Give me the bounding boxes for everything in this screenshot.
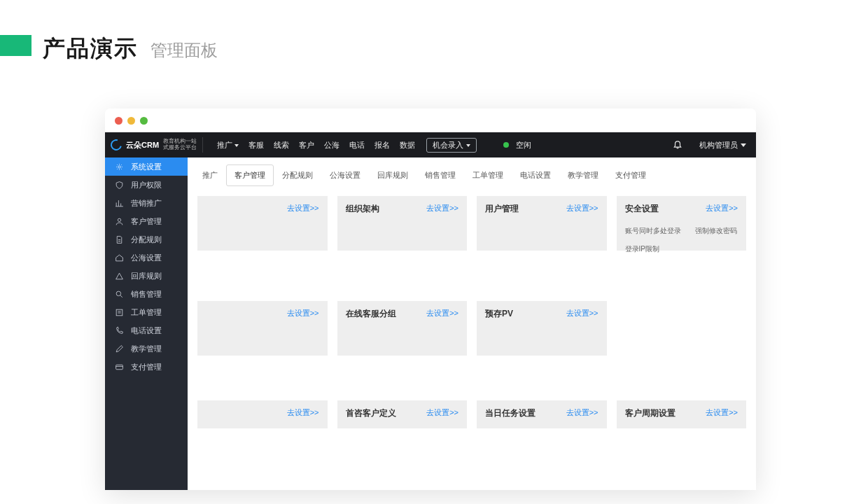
shield-icon — [115, 181, 124, 190]
tab[interactable]: 教学管理 — [559, 164, 607, 186]
content-area: 推广 客户管理 分配规则 公海设置 回库规则 销售管理 工单管理 电话设置 教学… — [188, 158, 756, 490]
topnav-item[interactable]: 线索 — [274, 140, 289, 150]
window-close-icon[interactable] — [115, 117, 122, 125]
sidebar-item-ticket-mgmt[interactable]: 工单管理 — [105, 303, 188, 321]
sidebar-item-label: 回库规则 — [131, 271, 162, 281]
svg-point-0 — [118, 165, 120, 167]
go-settings-link[interactable]: 去设置>> — [426, 407, 458, 418]
sidebar-item-label: 用户权限 — [131, 180, 162, 190]
sidebar-item-return-rules[interactable]: 回库规则 — [105, 267, 188, 285]
tab[interactable]: 支付管理 — [607, 164, 654, 186]
sidebar-item-payment-mgmt[interactable]: 支付管理 — [105, 358, 188, 376]
topnav-links: 推广 客服 线索 客户 公海 电话 报名 数据 — [217, 140, 415, 150]
settings-card-org-structure: 组织架构 去设置>> — [337, 196, 468, 251]
tab[interactable]: 回库规则 — [369, 164, 416, 186]
topnav-item[interactable]: 电话 — [349, 140, 365, 150]
settings-card-security: 安全设置 去设置>> 账号同时多处登录 强制修改密码 登录IP限制 — [617, 196, 747, 251]
sidebar-item-teaching-mgmt[interactable]: 教学管理 — [105, 340, 188, 358]
phone-icon — [115, 326, 124, 335]
topnav-item[interactable]: 公海 — [324, 140, 340, 150]
sidebar-item-user-permissions[interactable]: 用户权限 — [105, 176, 188, 194]
topnav-item[interactable]: 客服 — [248, 140, 264, 150]
user-label: 机构管理员 — [699, 140, 738, 150]
sidebar-item-assign-rules[interactable]: 分配规则 — [105, 230, 188, 248]
user-menu[interactable]: 机构管理员 — [699, 140, 746, 150]
record-opportunity-button[interactable]: 机会录入 — [426, 138, 477, 153]
house-icon — [115, 253, 124, 262]
topnav-item[interactable]: 客户 — [299, 140, 314, 150]
svg-rect-4 — [116, 365, 123, 370]
topbar: 云朵CRM 教育机构一站 式服务云平台 推广 客服 线索 客户 公海 电话 报名… — [105, 132, 756, 158]
go-settings-link[interactable]: 去设置>> — [566, 407, 598, 418]
settings-card-stored-pv: 预存PV 去设置>> — [477, 301, 607, 356]
slide-subtitle: 管理面板 — [150, 39, 218, 62]
pencil-icon — [115, 344, 124, 354]
sidebar-item-label: 教学管理 — [131, 344, 162, 354]
svg-rect-3 — [116, 309, 122, 316]
sidebar-item-customer-mgmt[interactable]: 客户管理 — [105, 212, 188, 230]
sidebar-item-label: 分配规则 — [131, 234, 162, 245]
chart-icon — [115, 199, 124, 208]
doc-icon — [115, 235, 124, 244]
go-settings-link[interactable]: 去设置>> — [566, 308, 598, 318]
app-window: 云朵CRM 教育机构一站 式服务云平台 推广 客服 线索 客户 公海 电话 报名… — [105, 108, 756, 490]
app-body: 系统设置 用户权限 营销推广 客户管理 分配规则 公海设置 — [105, 158, 756, 490]
logo-tagline: 教育机构一站 式服务云平台 — [163, 139, 197, 151]
tab[interactable]: 销售管理 — [416, 164, 464, 186]
accent-bar — [0, 35, 31, 56]
tab[interactable]: 电话设置 — [512, 164, 559, 186]
go-settings-link[interactable]: 去设置>> — [287, 407, 319, 418]
go-settings-link[interactable]: 去设置>> — [706, 407, 738, 418]
settings-card: 去设置>> — [197, 196, 328, 251]
topnav-item[interactable]: 推广 — [217, 140, 239, 150]
topnav-item[interactable]: 报名 — [374, 140, 390, 150]
settings-card-online-service-group: 在线客服分组 去设置>> — [337, 301, 468, 356]
tab[interactable]: 分配规则 — [274, 164, 321, 186]
card-row: 去设置>> 首咨客户定义 去设置>> 当日任务设置 去设置>> 客户周期设置 去… — [197, 400, 746, 428]
sidebar: 系统设置 用户权限 营销推广 客户管理 分配规则 公海设置 — [105, 158, 188, 490]
svg-point-2 — [116, 291, 121, 296]
tab[interactable]: 工单管理 — [464, 164, 512, 186]
card-tags: 账号同时多处登录 强制修改密码 登录IP限制 — [625, 226, 738, 254]
tab[interactable]: 推广 — [197, 164, 226, 186]
logo[interactable]: 云朵CRM 教育机构一站 式服务云平台 — [111, 137, 203, 153]
go-settings-link[interactable]: 去设置>> — [426, 203, 458, 214]
topnav-item[interactable]: 数据 — [400, 140, 415, 150]
go-settings-link[interactable]: 去设置>> — [287, 203, 319, 214]
sidebar-item-public-pool[interactable]: 公海设置 — [105, 248, 188, 267]
logo-text: 云朵CRM — [126, 140, 159, 150]
status-label: 空闲 — [516, 140, 531, 150]
slide-header: 产品演示 管理面板 — [0, 0, 847, 64]
sidebar-item-system-settings[interactable]: 系统设置 — [105, 158, 188, 176]
window-maximize-icon[interactable] — [140, 117, 148, 125]
tab[interactable]: 公海设置 — [321, 164, 369, 186]
slide-title: 产品演示 — [43, 34, 138, 64]
chevron-down-icon — [741, 144, 746, 147]
go-settings-link[interactable]: 去设置>> — [566, 203, 598, 214]
sidebar-item-label: 系统设置 — [131, 162, 162, 172]
settings-card-user-mgmt: 用户管理 去设置>> — [477, 196, 607, 251]
window-titlebar — [105, 108, 756, 132]
sidebar-item-label: 公海设置 — [131, 253, 162, 263]
sidebar-item-label: 客户管理 — [131, 216, 162, 227]
person-icon — [115, 217, 124, 226]
sidebar-item-label: 营销推广 — [131, 198, 162, 209]
go-settings-link[interactable]: 去设置>> — [426, 308, 458, 318]
svg-point-1 — [118, 218, 120, 221]
sidebar-item-sales-mgmt[interactable]: 销售管理 — [105, 285, 188, 303]
card-tag: 登录IP限制 — [625, 244, 659, 254]
sidebar-item-label: 工单管理 — [131, 307, 162, 318]
triangle-icon — [115, 272, 124, 281]
settings-card-daily-task: 当日任务设置 去设置>> — [477, 400, 607, 428]
sidebar-item-phone-settings[interactable]: 电话设置 — [105, 321, 188, 340]
card-tag: 账号同时多处登录 — [625, 226, 681, 236]
window-minimize-icon[interactable] — [127, 117, 135, 125]
sidebar-item-marketing[interactable]: 营销推广 — [105, 194, 188, 212]
bell-icon[interactable] — [673, 139, 682, 150]
go-settings-link[interactable]: 去设置>> — [706, 203, 738, 214]
go-settings-link[interactable]: 去设置>> — [287, 308, 319, 318]
status-dot-icon — [503, 142, 509, 148]
settings-card-first-consult: 首咨客户定义 去设置>> — [337, 400, 468, 428]
tab-active[interactable]: 客户管理 — [226, 164, 274, 186]
card-icon — [115, 363, 124, 372]
